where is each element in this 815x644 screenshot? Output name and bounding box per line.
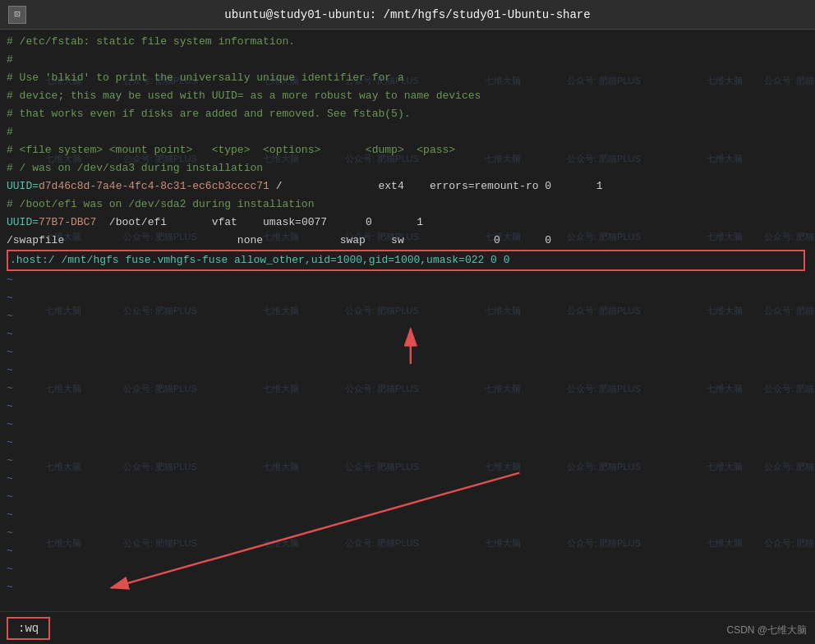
terminal-window: ⊡ ubuntu@study01-ubuntu: /mnt/hgfs/study… bbox=[0, 0, 815, 644]
csdn-badge: CSDN @七维大脑 bbox=[726, 623, 807, 637]
code-line: ~ bbox=[7, 380, 808, 398]
code-line: UUID=d7d46c8d-7a4e-4fc4-8c31-ec6cb3cccc7… bbox=[7, 177, 808, 196]
code-line: ~ bbox=[7, 452, 808, 470]
code-line: # /boot/efi was on /dev/sda2 during inst… bbox=[7, 196, 808, 214]
code-line: ~ bbox=[7, 470, 808, 488]
code-line: # /etc/fstab: static file system informa… bbox=[7, 33, 808, 51]
code-line: ~ bbox=[7, 578, 808, 596]
code-line: # that works even if disks are added and… bbox=[7, 105, 808, 123]
code-line: ~ bbox=[7, 398, 808, 416]
code-line: ~ bbox=[7, 560, 808, 578]
code-line: /swapfile none swap sw 0 0 bbox=[7, 232, 808, 250]
terminal-icon: ⊡ bbox=[8, 6, 26, 24]
code-line: ~ bbox=[7, 434, 808, 452]
code-line: # bbox=[7, 51, 808, 69]
code-line: # bbox=[7, 123, 808, 141]
bottom-bar: :wq CSDN @七维大脑 bbox=[0, 611, 815, 644]
title-text: ubuntu@study01-ubuntu: /mnt/hgfs/study01… bbox=[224, 8, 590, 21]
code-line: .host:/ /mnt/hgfs fuse.vmhgfs-fuse allow… bbox=[7, 250, 805, 271]
code-line: # <file system> <mount point> <type> <op… bbox=[7, 141, 808, 159]
code-line: ~ bbox=[7, 307, 808, 325]
code-line: ~ bbox=[7, 416, 808, 434]
code-line: ~ bbox=[7, 488, 808, 506]
code-line: ~ bbox=[7, 271, 808, 289]
code-line: # device; this may be used with UUID= as… bbox=[7, 87, 808, 105]
code-line: ~ bbox=[7, 524, 808, 542]
code-line: ~ bbox=[7, 542, 808, 560]
terminal-content[interactable]: # /etc/fstab: static file system informa… bbox=[0, 30, 815, 611]
code-line: ~ bbox=[7, 343, 808, 361]
code-line: # / was on /dev/sda3 during installation bbox=[7, 159, 808, 177]
code-line: ~ bbox=[7, 325, 808, 343]
code-line: ~ bbox=[7, 506, 808, 524]
code-line: ~ bbox=[7, 289, 808, 307]
code-line: ~ bbox=[7, 361, 808, 380]
title-bar: ⊡ ubuntu@study01-ubuntu: /mnt/hgfs/study… bbox=[0, 0, 815, 30]
vim-command: :wq bbox=[7, 617, 50, 640]
code-line: # Use 'blkid' to print the universally u… bbox=[7, 69, 808, 87]
code-line: UUID=77B7-DBC7 /boot/efi vfat umask=0077… bbox=[7, 214, 808, 232]
